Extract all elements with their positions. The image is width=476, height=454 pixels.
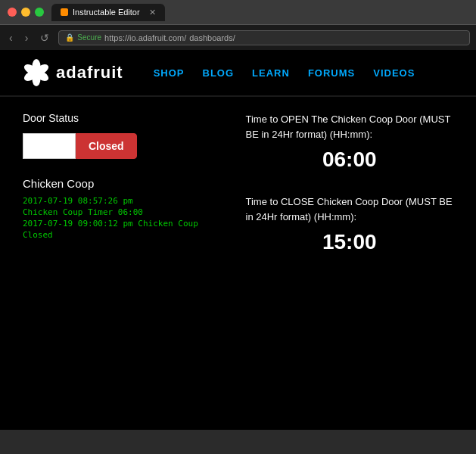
- back-button[interactable]: ‹: [6, 30, 16, 45]
- minimize-window-btn[interactable]: [21, 8, 30, 17]
- chicken-coop-title: Chicken Coop: [23, 177, 231, 190]
- nav-shop[interactable]: SHOP: [154, 67, 185, 79]
- log-entry-2: Chicken Coup Timer 06:00: [23, 207, 231, 217]
- url-field[interactable]: 🔒 Secure https://io.adafruit.com/ dashbo…: [58, 30, 470, 45]
- close-window-btn[interactable]: [8, 8, 17, 17]
- left-panel: Door Status Closed Chicken Coop 2017-07-…: [23, 112, 231, 277]
- main-content: Door Status Closed Chicken Coop 2017-07-…: [0, 97, 476, 292]
- tab-close-btn[interactable]: ✕: [149, 8, 156, 17]
- secure-icon: 🔒: [65, 33, 74, 42]
- right-panel: Time to OPEN The Chicken Coop Door (MUST…: [246, 112, 454, 277]
- active-tab[interactable]: Instructable Editor ✕: [51, 4, 165, 21]
- nav-learn[interactable]: LEARN: [252, 67, 290, 79]
- log-entry-3: 2017-07-19 09:00:12 pm Chicken Coup: [23, 219, 231, 229]
- refresh-button[interactable]: ↺: [37, 30, 52, 45]
- nav-forums[interactable]: FORUMS: [308, 67, 355, 79]
- window-controls: [8, 8, 44, 17]
- url-text: https://io.adafruit.com/: [104, 33, 186, 42]
- forward-button[interactable]: ›: [22, 30, 32, 45]
- door-status-widget: Closed: [23, 133, 231, 159]
- log-entry-1: 2017-07-19 08:57:26 pm: [23, 196, 231, 206]
- secure-label: Secure: [77, 33, 101, 42]
- main-nav: SHOP BLOG LEARN FORUMS VIDEOS: [154, 67, 415, 79]
- titlebar: Instructable Editor ✕: [0, 0, 476, 24]
- door-open-button[interactable]: [23, 133, 76, 159]
- adafruit-logo: adafruit: [23, 59, 123, 86]
- logo-text: adafruit: [56, 63, 123, 82]
- log-entries: 2017-07-19 08:57:26 pm Chicken Coup Time…: [23, 196, 231, 240]
- maximize-window-btn[interactable]: [35, 8, 44, 17]
- tab-title: Instructable Editor: [73, 8, 140, 17]
- svg-point-6: [33, 69, 41, 77]
- close-time-section: Time to CLOSE Chicken Coop Door (MUST BE…: [246, 194, 454, 254]
- door-status-section: Door Status Closed: [23, 112, 231, 159]
- door-closed-button[interactable]: Closed: [76, 133, 137, 159]
- site-content: adafruit SHOP BLOG LEARN FORUMS VIDEOS D…: [0, 50, 476, 430]
- adafruit-flower-icon: [23, 59, 50, 86]
- url-suffix: dashboards/: [189, 33, 235, 42]
- door-status-title: Door Status: [23, 112, 231, 124]
- nav-videos[interactable]: VIDEOS: [373, 67, 415, 79]
- adafruit-header: adafruit SHOP BLOG LEARN FORUMS VIDEOS: [0, 50, 476, 97]
- browser-chrome: Instructable Editor ✕ ‹ › ↺ 🔒 Secure htt…: [0, 0, 476, 50]
- close-time-label: Time to CLOSE Chicken Coop Door (MUST BE…: [246, 194, 454, 224]
- chicken-coop-section: Chicken Coop 2017-07-19 08:57:26 pm Chic…: [23, 177, 231, 240]
- tab-favicon: [61, 8, 68, 16]
- log-entry-4: Closed: [23, 230, 231, 240]
- open-time-value: 06:00: [246, 148, 454, 172]
- close-time-value: 15:00: [246, 230, 454, 254]
- address-bar: ‹ › ↺ 🔒 Secure https://io.adafruit.com/ …: [0, 24, 476, 50]
- open-time-section: Time to OPEN The Chicken Coop Door (MUST…: [246, 112, 454, 172]
- nav-blog[interactable]: BLOG: [203, 67, 235, 79]
- open-time-label: Time to OPEN The Chicken Coop Door (MUST…: [246, 112, 454, 141]
